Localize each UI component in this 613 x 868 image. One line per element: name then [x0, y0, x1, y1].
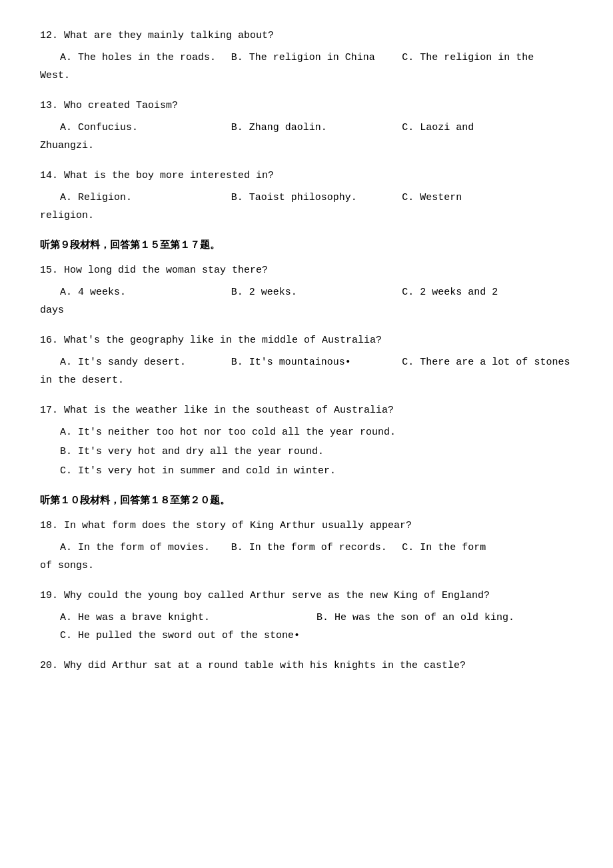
question-text-q17: 17. What is the weather like in the sout… [40, 401, 573, 419]
question-text-q15: 15. How long did the woman stay there? [40, 261, 573, 279]
option-q12-1: B. The religion in China [231, 49, 402, 67]
question-text-q18: 18. In what form does the story of King … [40, 517, 573, 535]
option-q15-1: B. 2 weeks. [231, 283, 402, 301]
question-text-q14: 14. What is the boy more interested in? [40, 167, 573, 185]
option-stacked-bottom-q19-0: C. He pulled the sword out of the stone• [40, 627, 573, 645]
question-block-q17: 17. What is the weather like in the sout… [40, 401, 573, 480]
option-q15-0: A. 4 weeks. [60, 283, 231, 301]
option-q19-1: B. He was the son of an old king. [316, 609, 573, 627]
continuation-q15: days [40, 301, 573, 319]
option-q13-2: C. Laozi and [402, 119, 573, 137]
option-q12-0: A. The holes in the roads. [60, 49, 231, 67]
question-text-q19: 19. Why could the young boy called Arthu… [40, 587, 573, 605]
option-q16-0: A. It's sandy desert. [60, 353, 231, 371]
options-row-q18: A. In the form of movies.B. In the form … [40, 539, 573, 557]
options-row-q19: A. He was a brave knight.B. He was the s… [40, 609, 573, 627]
question-block-q18: 18. In what form does the story of King … [40, 517, 573, 575]
options-row-q14: A. Religion.B. Taoist philosophy.C. West… [40, 189, 573, 207]
continuation-q12: West. [40, 67, 573, 85]
section-header: 听第９段材料，回答第１５至第１７题。 [40, 237, 573, 255]
continuation-q18: of songs. [40, 557, 573, 575]
stacked-option-q17-2: C. It's very hot in summer and cold in w… [60, 462, 573, 480]
option-q16-1: B. It's mountainous• [231, 353, 402, 371]
option-q13-0: A. Confucius. [60, 119, 231, 137]
option-q18-0: A. In the form of movies. [60, 539, 231, 557]
question-block-q16: 16. What's the geography like in the mid… [40, 331, 573, 389]
continuation-q13: Zhuangzi. [40, 137, 573, 155]
option-q13-1: B. Zhang daolin. [231, 119, 402, 137]
question-block-q20: 20. Why did Arthur sat at a round table … [40, 657, 573, 675]
option-q18-2: C. In the form [402, 539, 573, 557]
option-q14-1: B. Taoist philosophy. [231, 189, 402, 207]
question-block-q14: 14. What is the boy more interested in?A… [40, 167, 573, 225]
stacked-options-q17: A. It's neither too hot nor too cold all… [40, 423, 573, 480]
options-row-q12: A. The holes in the roads.B. The religio… [40, 49, 573, 67]
question-text-q16: 16. What's the geography like in the mid… [40, 331, 573, 349]
question-text-q12: 12. What are they mainly talking about? [40, 27, 573, 45]
question-block-q15: 15. How long did the woman stay there?A.… [40, 261, 573, 319]
option-q19-0: A. He was a brave knight. [60, 609, 316, 627]
question-block-q13: 13. Who created Taoism?A. Confucius.B. Z… [40, 97, 573, 155]
option-q15-2: C. 2 weeks and 2 [402, 283, 573, 301]
question-block-q12: 12. What are they mainly talking about?A… [40, 27, 573, 85]
option-q12-2: C. The religion in the [402, 49, 573, 67]
options-row-q13: A. Confucius.B. Zhang daolin.C. Laozi an… [40, 119, 573, 137]
options-row-q15: A. 4 weeks.B. 2 weeks.C. 2 weeks and 2 [40, 283, 573, 301]
stacked-option-q17-0: A. It's neither too hot nor too cold all… [60, 423, 573, 441]
question-text-q13: 13. Who created Taoism? [40, 97, 573, 115]
continuation-q14: religion. [40, 207, 573, 225]
option-q18-1: B. In the form of records. [231, 539, 402, 557]
main-content: 12. What are they mainly talking about?A… [40, 27, 573, 675]
option-q14-0: A. Religion. [60, 189, 231, 207]
continuation-q16: in the desert. [40, 371, 573, 389]
question-text-q20: 20. Why did Arthur sat at a round table … [40, 657, 573, 675]
option-q16-2: C. There are a lot of stones [402, 353, 573, 371]
options-row-q16: A. It's sandy desert.B. It's mountainous… [40, 353, 573, 371]
section-header: 听第１０段材料，回答第１８至第２０题。 [40, 492, 573, 510]
option-q14-2: C. Western [402, 189, 573, 207]
question-block-q19: 19. Why could the young boy called Arthu… [40, 587, 573, 645]
stacked-option-q17-1: B. It's very hot and dry all the year ro… [60, 443, 573, 461]
